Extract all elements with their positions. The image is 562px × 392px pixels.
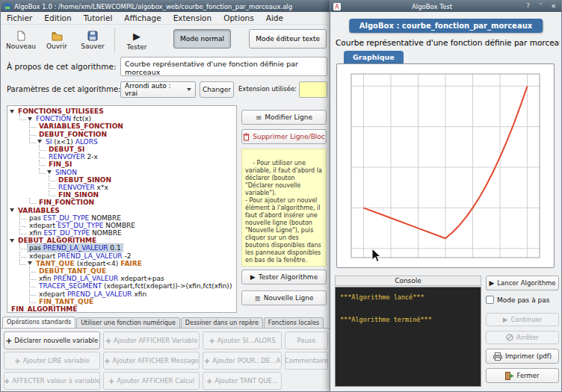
menu-item-options[interactable]: Options [217, 12, 260, 24]
tester-button[interactable]: ▶ Tester [120, 26, 154, 55]
modifier-ligne-button[interactable]: ≡ Modifier Ligne [241, 110, 327, 125]
tree-line[interactable]: DEBUT_ALGORITHME [7, 237, 236, 244]
menu-item-extension[interactable]: Extension [167, 12, 218, 24]
changer-button[interactable]: Changer [200, 81, 234, 98]
tree-line[interactable]: FIN_FONCTION [7, 199, 236, 206]
graph-area[interactable] [336, 63, 555, 268]
menu-item-tutoriel[interactable]: Tutoriel [78, 12, 119, 24]
tree-line[interactable]: FONCTION fct(x) [7, 115, 236, 122]
tree-line-text: xfin EST_DU_TYPE NOMBRE [28, 229, 123, 237]
tree-line[interactable]: xfin EST_DU_TYPE NOMBRE [7, 229, 236, 237]
op-button-label: Ajouter SI...ALORS [217, 337, 276, 344]
menu-item-edition[interactable]: Edition [38, 12, 77, 24]
expander-icon[interactable] [28, 261, 32, 265]
expander-icon[interactable] [28, 117, 32, 121]
tree-line[interactable]: DEBUT_TANT_QUE [7, 267, 236, 275]
nouvelle-ligne-button[interactable]: ≣ Nouvelle Ligne [241, 290, 327, 305]
parametres-label: Paramètres de cet algorithme: [7, 85, 120, 93]
op-button-ajouter-si-alors[interactable]: +Ajouter SI...ALORS [203, 332, 282, 349]
sauver-button[interactable]: Sauver [75, 26, 110, 55]
plus-icon: + [204, 357, 210, 365]
tree-line[interactable]: pas PREND_LA_VALEUR 0.1 [7, 244, 236, 252]
tree-line[interactable]: TANT_QUE (xdepart<4) FAIRE [7, 260, 236, 267]
expander-icon[interactable] [47, 170, 52, 174]
op-button-commentaire[interactable]: Commentaire [285, 352, 328, 370]
graph-canvas[interactable] [341, 68, 550, 264]
tree-line[interactable]: RENVOYER x*x [7, 184, 236, 191]
imprimer-pdf-button[interactable]: Imprimer (pdf) [486, 349, 559, 364]
arreter-button[interactable]: Arrêter [486, 331, 559, 344]
tree-line-text: RENVOYER 2-x [47, 153, 99, 161]
help-window-button[interactable]: ? [523, 3, 533, 10]
tree-line[interactable]: xdepart EST_DU_TYPE NOMBRE [7, 222, 236, 229]
expander-icon[interactable] [10, 208, 14, 212]
menu-item-fichier[interactable]: Fichier [1, 12, 38, 24]
apropos-label: À propos de cet algorithme: [7, 62, 116, 71]
tab-utiliser-une-fonction-num-rique[interactable]: Utiliser une fonction numérique [76, 317, 180, 328]
mode-pas-a-pas-row[interactable]: Mode pas à pas [486, 296, 559, 304]
nouvelle-ligne-label: Nouvelle Ligne [264, 294, 314, 302]
algorithm-tree[interactable]: FONCTIONS_UTILISEESFONCTION fct(x)VARIAB… [7, 105, 237, 313]
tree-line[interactable]: TRACER_SEGMENT (xdepart,fct(xdepart))->(… [7, 282, 236, 290]
tab-dessiner-dans-un-rep-re[interactable]: Dessiner dans un repère [181, 317, 263, 328]
tree-line[interactable]: DEBUT_FONCTION [7, 131, 236, 138]
main-titlebar[interactable]: AlgoBox 1.0 : /home/xm/LNEWCOMPIL/algobo… [1, 1, 331, 12]
tree-line[interactable]: SINON [7, 169, 236, 176]
expander-icon[interactable] [37, 140, 42, 143]
fermer-button[interactable]: Fermer [486, 368, 559, 383]
supprimer-ligne-button[interactable]: Supprimer Ligne/Bloc [241, 129, 327, 144]
tree-line[interactable]: VARIABLES [7, 206, 236, 214]
tree-line[interactable]: xdepart PREND_LA_VALEUR xfin [7, 290, 236, 298]
tree-connector-icon [19, 228, 26, 234]
tree-line[interactable]: pas EST_DU_TYPE NOMBRE [7, 214, 236, 222]
tree-line[interactable]: FIN_ALGORITHME [7, 305, 236, 313]
ouvrir-button[interactable]: Ouvrir [40, 26, 74, 55]
tree-line-text: DEBUT_FONCTION [37, 131, 108, 138]
tree-line-text: FIN_TANT_QUE [37, 298, 95, 305]
op-button-d-clarer-nouvelle-variable[interactable]: +Déclarer nouvelle variable [4, 332, 100, 349]
console-line: ***Algorithme lancé*** [340, 293, 476, 305]
tree-line[interactable]: DEBUT_SINON [7, 176, 236, 184]
nouveau-button[interactable]: Nouveau [4, 26, 38, 55]
play-icon: ▶ [250, 273, 256, 281]
tree-line-text: TRACER_SEGMENT (xdepart,fct(xdepart))->(… [37, 282, 233, 290]
apropos-field[interactable]: Courbe représentative d'une fonction déf… [120, 57, 327, 76]
lancer-algorithme-button[interactable]: ▶ Lancer Algorithme [486, 276, 559, 290]
menu-item-affichage[interactable]: Affichage [118, 12, 167, 24]
tree-line-text: DEBUT_TANT_QUE [37, 267, 108, 275]
test-titlebar[interactable]: A AlgoBox Test ? ˅ ✕ [330, 1, 561, 12]
tree-line[interactable]: xfin PREND_LA_VALEUR xdepart+pas [7, 275, 236, 282]
tab-fonctions-locales[interactable]: Fonctions locales [264, 317, 324, 328]
console-output[interactable]: ***Algorithme lancé******Algorithme term… [335, 287, 481, 387]
tester-algorithme-button[interactable]: ▶ Tester Algorithme [241, 270, 327, 284]
op-button-ajouter-afficher-calcul[interactable]: +Ajouter AFFICHER Calcul [103, 372, 200, 390]
mode-editeur-texte-button[interactable]: Mode éditeur texte [249, 29, 327, 49]
tab-op-rations-standards[interactable]: Opérations standards [2, 317, 75, 328]
tree-line[interactable]: FIN_TANT_QUE [7, 298, 236, 305]
extension-field[interactable] [299, 81, 327, 98]
mode-normal-button[interactable]: Mode normal [173, 29, 231, 49]
tree-line-text: FIN_FONCTION [37, 199, 96, 206]
tree-line[interactable]: FIN_SINON [7, 191, 236, 199]
expander-icon[interactable] [10, 239, 14, 243]
op-button-ajouter-tant-que-[interactable]: +Ajouter TANT QUE... [203, 372, 282, 390]
tree-connector-icon [19, 214, 26, 220]
op-button-pause[interactable]: Pause [285, 332, 328, 349]
algorithm-description: Courbe représentative d'une fonction déf… [336, 38, 560, 47]
minimize-window-button[interactable]: ˅ [536, 3, 546, 10]
tree-line[interactable]: FONCTIONS_UTILISEES [7, 108, 236, 115]
menu-item-aide[interactable]: Aide [260, 12, 289, 24]
op-button-ajouter-afficher-variable[interactable]: +Ajouter AFFICHER Variable [103, 332, 200, 349]
close-window-button[interactable]: ✕ [549, 3, 558, 10]
tab-graphique[interactable]: Graphique [344, 51, 404, 63]
op-button-ajouter-pour-de-a[interactable]: +Ajouter POUR...DE...A [203, 352, 282, 370]
tree-line[interactable]: xdepart PREND_LA_VALEUR -2 [7, 252, 236, 260]
op-button-ajouter-afficher-message[interactable]: +Ajouter AFFICHER Message [103, 352, 200, 370]
tree-line[interactable]: VARIABLES_FONCTION [7, 122, 236, 130]
expander-icon[interactable] [10, 110, 14, 113]
mode-pas-a-pas-checkbox[interactable] [486, 296, 494, 304]
op-button-ajouter-lire-variable[interactable]: +Ajouter LIRE variable [4, 352, 100, 370]
continuer-button[interactable]: ▶ Continuer [486, 313, 559, 326]
op-button-affecter-valeur-variable[interactable]: +AFFECTER valeur à variable [4, 372, 100, 390]
arrondi-combo[interactable]: Arrondi auto : vrai [120, 81, 196, 98]
